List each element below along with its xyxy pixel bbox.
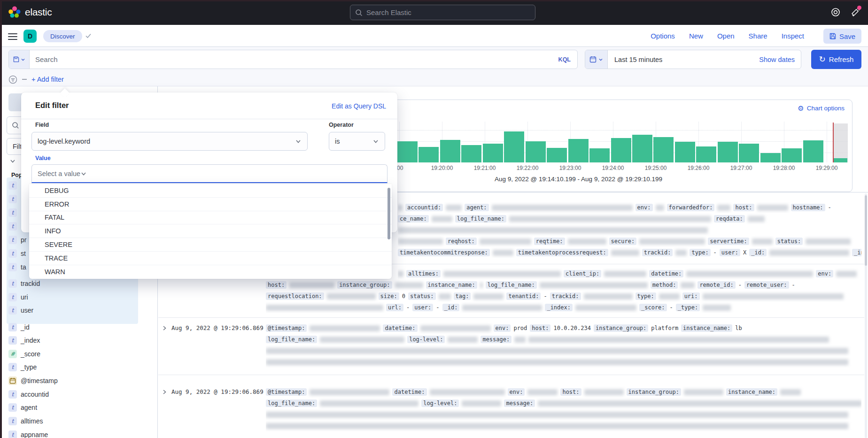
value-option-fatal[interactable]: FATAL [29,211,392,225]
field-item-_index[interactable]: t_index [8,334,138,347]
histogram-bar[interactable] [526,141,546,162]
navbar-link-inspect[interactable]: Inspect [782,32,804,40]
table-row: Aug 9, 2022 @ 19:29:06.869@timestamp:dat… [158,318,864,375]
navbar-link-new[interactable]: New [689,32,703,40]
redacted-value [806,238,851,245]
field-item-appname[interactable]: tappname [8,428,138,438]
notification-dot [857,6,861,10]
navbar-link-open[interactable]: Open [717,32,735,40]
histogram-bar-partial[interactable] [833,158,847,162]
field-item-alltimes[interactable]: talltimes [8,415,138,428]
chart-options-button[interactable]: ⚙ Chart options [798,105,845,112]
expand-row-icon[interactable] [161,389,168,395]
popover-title: Edit filter [35,101,69,110]
value-option-warn[interactable]: WARN [29,265,392,279]
field-name-chip: message: [480,336,512,343]
histogram-bar[interactable] [440,140,460,162]
redacted-value [473,293,504,300]
edit-as-query-dsl-link[interactable]: Edit as Query DSL [332,102,386,110]
histogram-bar[interactable] [397,141,418,162]
histogram-bar[interactable] [782,148,802,162]
brand-text: elastic [25,7,52,18]
field-item-@timestamp[interactable]: @timestamp [8,374,138,387]
date-quick-select-button[interactable] [585,50,608,69]
value-options-list: DEBUGERRORFATALINFOSEVERETRACEWARN [29,184,392,279]
histogram-bar[interactable] [632,135,652,162]
grid-line-horizontal [394,130,848,131]
value-option-severe[interactable]: SEVERE [29,238,392,252]
add-filter-link[interactable]: + Add filter [31,76,64,83]
histogram-bar[interactable] [803,140,823,162]
redacted-value [584,293,633,300]
document-line [266,356,861,368]
field-item-_type[interactable]: t_type [8,361,138,374]
document-line: accountid:agent:env:forwardedfor:host:ho… [398,202,861,213]
refresh-button[interactable]: ↻ Refresh [811,50,861,69]
show-dates-link[interactable]: Show dates [759,56,801,63]
histogram-bar[interactable] [611,138,631,162]
field-name-chip: host: [733,204,754,211]
field-item-_score[interactable]: #_score [8,347,138,361]
histogram-bar[interactable] [547,148,567,162]
expand-row-icon[interactable] [161,325,168,331]
field-name-chip: timetakentoprocessrequest: [516,249,608,256]
menu-icon[interactable] [8,31,17,42]
table-scrollbar-thumb[interactable] [865,195,867,266]
save-button[interactable]: Save [823,29,861,44]
navbar-link-options[interactable]: Options [651,32,675,40]
field-value: - [738,282,742,288]
value-option-debug[interactable]: DEBUG [29,184,392,198]
query-search-input[interactable]: Search [30,55,552,63]
histogram-bar[interactable] [696,146,716,162]
field-item-user[interactable]: tuser [8,304,138,317]
histogram-bar[interactable] [461,145,481,162]
help-icon[interactable] [830,7,841,17]
field-select[interactable]: log-level.keyword [31,132,308,151]
app-badge[interactable]: D [23,30,37,43]
time-range-value[interactable]: Last 15 minutes [608,56,759,63]
dropdown-scrollbar-thumb[interactable] [388,188,390,239]
field-item-label: agent [21,404,37,411]
announcements-icon[interactable] [850,7,860,17]
saved-query-menu-button[interactable] [9,50,30,69]
field-item-agent[interactable]: tagent [8,401,138,414]
field-item-trackid[interactable]: ttrackid [8,277,138,290]
histogram-bar[interactable] [504,131,524,162]
breadcrumb[interactable]: Discover [43,30,82,42]
filter-list-icon[interactable] [8,75,17,84]
field-name-chip: @timestamp: [266,324,307,332]
redacted-value [748,216,765,222]
field-value: - [670,304,673,311]
histogram-bar[interactable] [483,144,503,162]
histogram-bar[interactable] [675,142,695,162]
histogram-bar[interactable] [568,139,589,162]
histogram-bar[interactable] [418,147,439,162]
histogram-bar[interactable] [739,144,759,162]
x-axis-label: 19:23:00 [559,165,581,171]
operator-select[interactable]: is [329,132,385,151]
value-option-trace[interactable]: TRACE [29,252,392,265]
value-combobox[interactable]: Select a value [31,164,388,183]
x-axis-label: 19:25:00 [645,165,667,171]
field-name-chip: requestlocation: [266,292,324,300]
navbar-link-share[interactable]: Share [749,32,767,40]
x-axis-label: 19:24:00 [602,165,624,171]
global-search-input[interactable]: Search Elastic [350,5,535,20]
chevron-down-icon[interactable] [9,158,16,164]
field-item-accountid[interactable]: taccountid [8,388,138,401]
field-item-uri[interactable]: turi [8,291,138,304]
field-item-label: appname [21,431,48,438]
value-option-info[interactable]: INFO [29,224,392,238]
histogram-bar[interactable] [718,142,738,162]
histogram-bar[interactable] [760,153,781,162]
field-name-chip: uri: [682,292,700,300]
field-item-label: _index [21,337,40,344]
redacted-value [659,293,680,300]
redacted-value [492,205,633,211]
histogram-bar[interactable] [589,148,610,162]
text-type-icon: t [8,430,17,438]
histogram-bar[interactable] [653,137,674,162]
kql-toggle[interactable]: KQL [552,56,577,63]
value-option-error[interactable]: ERROR [29,198,392,211]
field-item-_id[interactable]: t_id [8,321,138,334]
